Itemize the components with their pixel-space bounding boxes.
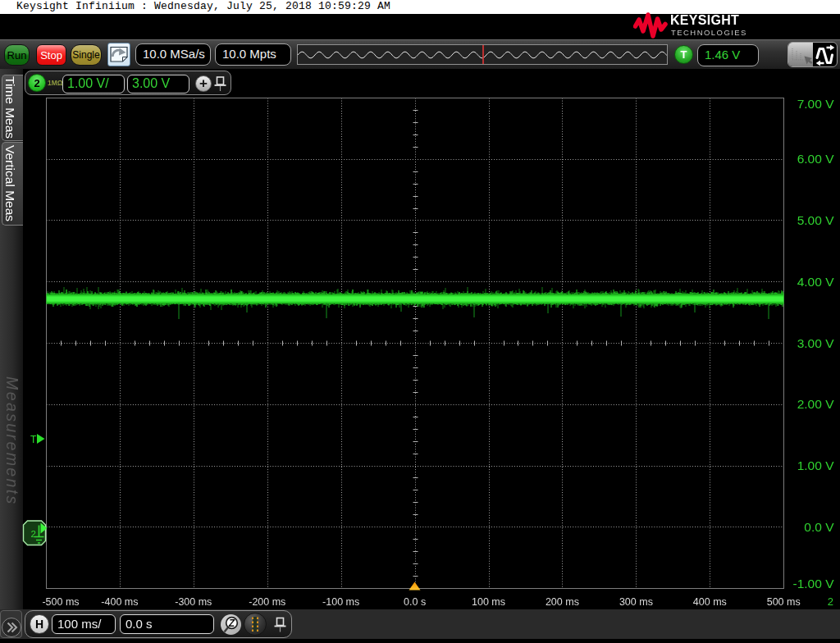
svg-text:4.00 V: 4.00 V [797, 275, 834, 289]
svg-text:0.0 s: 0.0 s [404, 596, 426, 608]
svg-text:T: T [30, 434, 37, 445]
svg-text:-300 ms: -300 ms [175, 596, 212, 608]
svg-text:100 ms: 100 ms [472, 596, 505, 608]
svg-text:7.00 V: 7.00 V [797, 97, 834, 111]
svg-text:2: 2 [31, 529, 36, 539]
svg-text:-400 ms: -400 ms [101, 596, 138, 608]
svg-text:0.0 V: 0.0 V [804, 520, 834, 534]
svg-text:5.00 V: 5.00 V [797, 213, 834, 227]
svg-text:-1.00 V: -1.00 V [793, 577, 835, 591]
svg-text:1.00 V: 1.00 V [797, 458, 834, 472]
svg-text:300 ms: 300 ms [619, 596, 653, 608]
svg-text:3.00 V: 3.00 V [797, 336, 834, 350]
svg-text:-100 ms: -100 ms [322, 596, 359, 608]
svg-text:-500 ms: -500 ms [42, 596, 79, 608]
svg-text:200 ms: 200 ms [546, 596, 579, 608]
svg-text:400 ms: 400 ms [693, 596, 727, 608]
svg-text:2.00 V: 2.00 V [797, 397, 834, 411]
svg-text:-200 ms: -200 ms [249, 596, 285, 608]
svg-text:Z: Z [228, 617, 235, 628]
svg-text:500 ms: 500 ms [767, 596, 801, 608]
svg-text:2: 2 [828, 595, 833, 608]
svg-text:6.00 V: 6.00 V [797, 152, 834, 166]
